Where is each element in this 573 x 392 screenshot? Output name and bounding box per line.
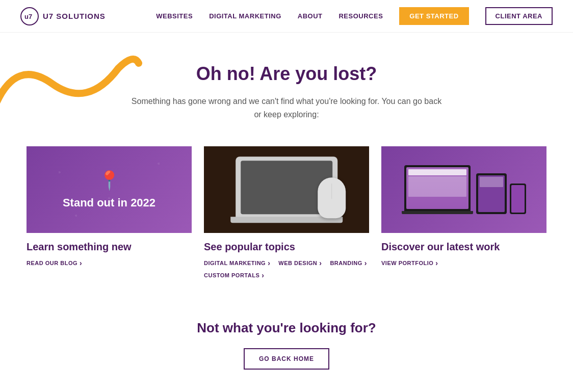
portfolio-card-heading: Discover our latest work <box>381 241 546 253</box>
svg-text:u7: u7 <box>24 13 32 20</box>
device-tablet-screen <box>478 175 505 212</box>
device-laptop-screen <box>406 167 468 209</box>
map-pin-icon: 📍 <box>63 170 155 191</box>
branding-link[interactable]: BRANDING <box>330 259 367 267</box>
hero-subtitle: Something has gone wrong and we can't fi… <box>128 95 445 121</box>
view-portfolio-link[interactable]: VIEW PORTFOLIO <box>381 259 438 267</box>
client-area-button[interactable]: CLIENT AREA <box>485 7 553 25</box>
web-design-link[interactable]: WEB DESIGN <box>278 259 322 267</box>
portfolio-card: Discover our latest work VIEW PORTFOLIO <box>381 146 546 279</box>
logo[interactable]: u7 U7 SOLUTIONS <box>20 7 106 25</box>
blog-card: 📍 Stand out in 2022 Learn something new … <box>27 146 192 279</box>
mouse-illustration <box>318 177 346 218</box>
laptop-illustration <box>212 151 361 221</box>
bottom-section: Not what you're looking for? GO BACK HOM… <box>27 310 546 370</box>
topics-card: See popular topics DIGITAL MARKETING WEB… <box>204 146 369 279</box>
blog-card-links: READ OUR BLOG <box>27 259 192 267</box>
nav-websites[interactable]: WEBSITES <box>156 12 193 20</box>
device-laptop-base <box>402 211 473 214</box>
hero-title: Oh no! Are you lost? <box>128 63 445 85</box>
portfolio-card-links: VIEW PORTFOLIO <box>381 259 546 267</box>
devices-illustration <box>397 160 531 219</box>
topics-card-links: DIGITAL MARKETING WEB DESIGN BRANDING CU… <box>204 259 369 279</box>
mouse-button-line <box>331 184 332 199</box>
laptop-device <box>402 165 473 214</box>
main-nav: WEBSITES DIGITAL MARKETING ABOUT RESOURC… <box>156 7 553 25</box>
hero-section: Oh no! Are you lost? Something has gone … <box>27 63 546 121</box>
main-content: Oh no! Are you lost? Something has gone … <box>6 33 567 392</box>
device-tablet <box>476 173 507 214</box>
site-header: u7 U7 SOLUTIONS WEBSITES DIGITAL MARKETI… <box>0 0 573 33</box>
digital-marketing-link[interactable]: DIGITAL MARKETING <box>204 259 270 267</box>
device-laptop-body <box>404 165 471 211</box>
nav-about[interactable]: ABOUT <box>298 12 323 20</box>
go-back-home-button[interactable]: GO BACK HOME <box>244 348 329 370</box>
blog-card-heading: Learn something new <box>27 241 192 253</box>
topics-card-image <box>204 146 369 233</box>
cards-grid: 📍 Stand out in 2022 Learn something new … <box>27 146 546 279</box>
blog-card-inner: 📍 Stand out in 2022 <box>63 170 155 210</box>
nav-resources[interactable]: RESOURCES <box>338 12 383 20</box>
logo-text: U7 SOLUTIONS <box>43 12 106 20</box>
get-started-button[interactable]: GET STARTED <box>399 7 468 25</box>
custom-portals-link[interactable]: CUSTOM PORTALS <box>204 271 264 279</box>
blog-card-tagline: Stand out in 2022 <box>63 196 155 210</box>
read-blog-link[interactable]: READ OUR BLOG <box>27 259 82 267</box>
portfolio-card-image <box>381 146 546 233</box>
bottom-title: Not what you're looking for? <box>27 320 546 336</box>
nav-digital-marketing[interactable]: DIGITAL MARKETING <box>209 12 281 20</box>
device-phone-screen <box>511 185 525 213</box>
topics-card-heading: See popular topics <box>204 241 369 253</box>
blog-card-image: 📍 Stand out in 2022 <box>27 146 192 233</box>
logo-icon: u7 <box>20 7 39 25</box>
device-phone <box>510 184 526 214</box>
